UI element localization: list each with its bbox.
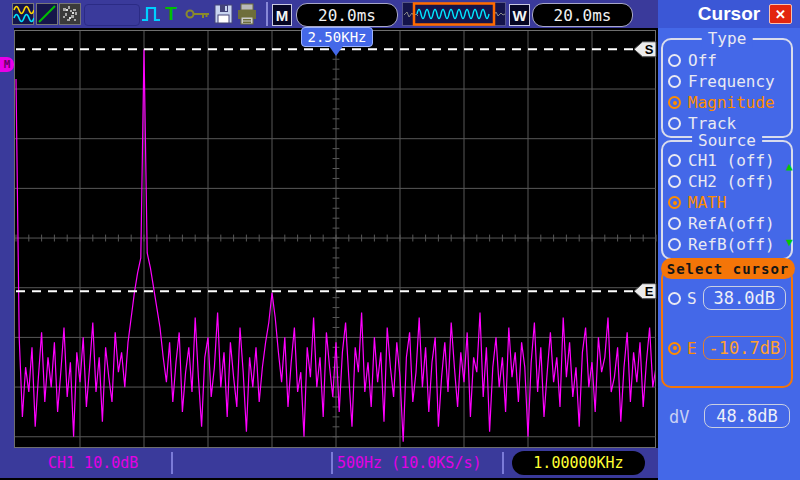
center-frequency-pointer-icon [329,46,343,56]
print-icon[interactable] [236,3,258,29]
cursor-s-letter: S [645,42,654,57]
radio-icon [668,75,681,88]
radio-selected-icon [668,342,681,355]
math-channel-marker[interactable]: M [0,57,14,72]
fft-resolution-readout: 500Hz (10.0KS/s) [337,448,482,478]
toolbar-separator [266,2,268,26]
window-timebase-value: 20.0ms [532,3,633,27]
status-separator [171,452,173,474]
cursor-menu-panel: Cursor ✕ Type OffFrequencyMagnitudeTrack… [658,0,800,480]
waveform-zoom-window[interactable] [402,2,506,30]
radio-icon [668,117,681,130]
window-timebase-label: W [509,4,530,26]
source-option-math[interactable]: MATH [663,192,791,213]
status-separator [331,452,333,474]
source-option-refb-off[interactable]: RefB(off) [663,234,791,255]
status-separator [502,452,504,474]
radio-icon [668,175,681,188]
radio-icon [668,217,681,230]
source-group: Source CH1 (off)CH2 (off)MATHRefA(off)Re… [661,140,793,260]
delta-value: 48.8dB [704,404,790,428]
source-options: CH1 (off)CH2 (off)MATHRefA(off)RefB(off) [663,142,791,255]
ramp-icon[interactable] [36,3,58,29]
radio-icon [668,238,681,251]
type-option-frequency[interactable]: Frequency [663,71,791,92]
type-options: OffFrequencyMagnitudeTrack [663,40,791,134]
delta-label: dV [669,407,689,427]
pulse-icon[interactable] [140,3,162,29]
type-option-magnitude[interactable]: Magnitude [663,92,791,113]
main-timebase-value: 20.0ms [296,3,398,27]
left-margin-strip [0,28,14,448]
radio-icon [668,292,681,305]
cursor-value-s: 38.0dB [703,286,786,310]
option-label: Magnitude [688,93,775,112]
cursor-value-e: -10.7dB [703,336,786,360]
graticule-border [15,31,656,448]
source-option-ch2-off[interactable]: CH2 (off) [663,171,791,192]
scroll-down-icon[interactable]: ▼ [786,236,793,249]
cursor-row-label: E [687,339,697,358]
option-label: CH2 (off) [688,172,775,191]
cursor-s-marker[interactable] [634,42,656,57]
trigger-t-icon[interactable]: T [163,2,179,26]
option-label: Frequency [688,72,775,91]
source-option-ch1-off[interactable]: CH1 (off) [663,150,791,171]
cursor-row-s[interactable]: S38.0dB [668,286,786,310]
center-frequency-tag[interactable]: 2.50KHz [301,27,373,47]
source-group-legend: Source [692,131,762,150]
select-cursor-group: Select cursor S38.0dBE-10.7dB [661,268,793,388]
type-group-legend: Type [702,29,753,48]
oscilloscope-screen: T M 20.0ms W 20.0ms [0,0,800,480]
ch1-scale-readout: CH1 10.0dB [48,448,138,478]
channels-waveform-icon[interactable] [12,3,34,29]
save-icon[interactable] [214,3,234,29]
option-label: MATH [688,193,727,212]
frequency-counter: 1.00000KHz [512,451,645,475]
option-label: Off [688,51,717,70]
type-group: Type OffFrequencyMagnitudeTrack [661,38,793,138]
option-label: RefB(off) [688,235,775,254]
select-cursor-button[interactable]: Select cursor [661,258,795,279]
status-bar: CH1 10.0dB 500Hz (10.0KS/s) 1.00000KHz [0,448,658,478]
top-toolbar: T M 20.0ms W 20.0ms [0,0,658,28]
close-icon: ✕ [775,7,786,22]
type-option-off[interactable]: Off [663,50,791,71]
cursor-row-label: S [687,289,697,308]
radio-icon [668,154,681,167]
main-timebase-label: M [272,4,292,26]
radio-icon [668,54,681,67]
empty-slot [84,4,140,26]
option-label: CH1 (off) [688,151,775,170]
fft-trace [16,49,656,441]
scroll-up-icon[interactable]: ▲ [786,160,793,173]
radio-selected-icon [668,96,681,109]
noise-icon[interactable] [59,3,81,29]
cursor-row-e[interactable]: E-10.7dB [668,336,786,360]
cursor-e-letter: E [645,284,654,299]
radio-selected-icon [668,196,681,209]
close-button[interactable]: ✕ [769,4,792,24]
source-option-refa-off[interactable]: RefA(off) [663,213,791,234]
option-label: RefA(off) [688,214,775,233]
cursor-e-marker[interactable] [634,284,656,299]
keylock-icon[interactable] [185,3,211,29]
